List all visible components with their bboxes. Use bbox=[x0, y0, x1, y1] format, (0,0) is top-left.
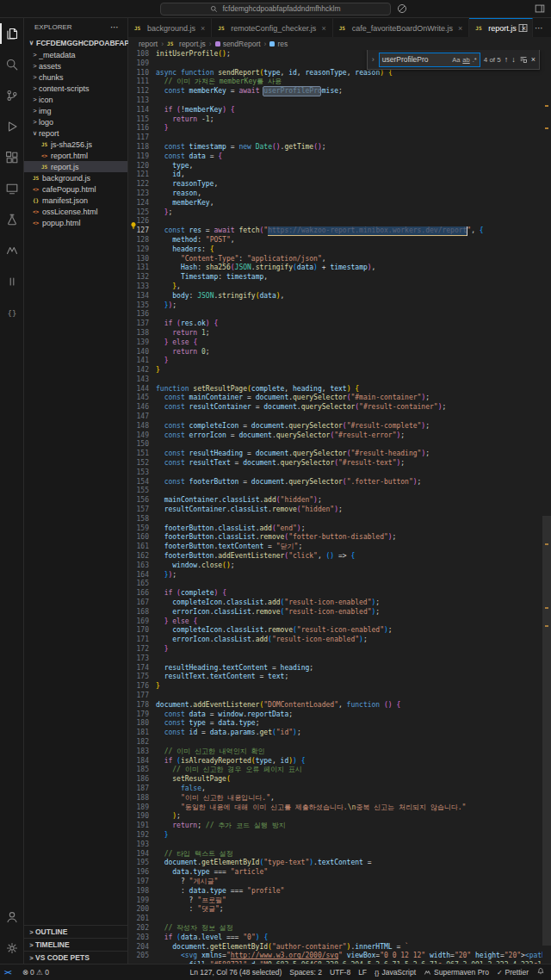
line-number[interactable]: 118 bbox=[128, 143, 149, 152]
line-number[interactable]: 150 bbox=[128, 440, 149, 450]
activity-pause[interactable] bbox=[0, 266, 23, 297]
line-number[interactable]: 178 bbox=[128, 701, 149, 710]
status-language[interactable]: {}JavaScript bbox=[375, 968, 416, 977]
remote-indicator[interactable]: >< bbox=[0, 964, 15, 980]
code-line[interactable]: 111 // 이미 가져온 memberKey를 사용 bbox=[128, 78, 542, 87]
code-line[interactable]: 189 "동일한 내용에 대해 이미 신고를 제출하셨습니다.\n중복 신고는 … bbox=[128, 803, 542, 813]
line-number[interactable]: 186 bbox=[128, 775, 149, 785]
code-line[interactable]: 187 false, bbox=[128, 785, 542, 794]
line-number[interactable]: 152 bbox=[128, 459, 149, 468]
tree-item-assets[interactable]: >assets bbox=[24, 60, 127, 71]
code-line[interactable]: 115 return -1; bbox=[128, 115, 542, 125]
tree-item-manifest.json[interactable]: {}manifest.json bbox=[24, 195, 127, 206]
line-number[interactable]: 204 bbox=[128, 943, 149, 952]
code-line[interactable]: 136 bbox=[128, 310, 542, 319]
line-number[interactable]: 134 bbox=[128, 292, 149, 301]
code-line[interactable]: 174 resultHeading.textContent = heading; bbox=[128, 664, 542, 673]
line-number[interactable]: 112 bbox=[128, 87, 149, 96]
code-line[interactable]: 149 const errorIcon = document.querySele… bbox=[128, 431, 542, 441]
code-line[interactable]: 167 completeIcon.classList.add("result-i… bbox=[128, 599, 542, 608]
line-number[interactable]: 162 bbox=[128, 552, 149, 561]
status-cursor-position[interactable]: Ln 127, Col 76 (48 selected) bbox=[189, 968, 282, 977]
code-line[interactable]: 202 // 작성자 정보 설정 bbox=[128, 924, 542, 933]
code-line[interactable]: 140 return 0; bbox=[128, 348, 542, 357]
line-number[interactable]: 199 bbox=[128, 896, 149, 906]
code-line[interactable]: 193 bbox=[128, 840, 542, 850]
tree-item-report[interactable]: ∨report bbox=[24, 127, 127, 139]
code-line[interactable]: 121 id, bbox=[128, 171, 542, 180]
line-number[interactable] bbox=[128, 961, 149, 964]
tree-item-js-sha256.js[interactable]: JSjs-sha256.js bbox=[24, 139, 127, 150]
code-line[interactable]: 186 setResultPage( bbox=[128, 775, 542, 785]
line-number[interactable]: 176 bbox=[128, 682, 149, 692]
activity-source-control[interactable] bbox=[0, 80, 23, 111]
line-number[interactable]: 187 bbox=[128, 785, 149, 794]
line-number[interactable]: 191 bbox=[128, 822, 149, 831]
code-line[interactable]: 134 body: JSON.stringify(data), bbox=[128, 292, 542, 301]
line-number[interactable]: 128 bbox=[128, 236, 149, 245]
activity-extensions[interactable] bbox=[0, 142, 23, 173]
code-line[interactable]: 151 const resultHeading = document.query… bbox=[128, 450, 542, 459]
code-line[interactable]: 203 if (data.level === "0") { bbox=[128, 933, 542, 943]
line-number[interactable]: 201 bbox=[128, 915, 149, 924]
line-number[interactable]: 189 bbox=[128, 803, 149, 813]
tree-item-report.html[interactable]: <>report.html bbox=[24, 150, 127, 161]
breadcrumb-sendReport[interactable]: sendReport bbox=[215, 40, 261, 48]
code-line[interactable]: 126 bbox=[128, 217, 542, 226]
line-number[interactable]: 135 bbox=[128, 301, 149, 311]
command-center[interactable]: fcfdemghcdpoabfapfaddndmfhhcklm bbox=[160, 3, 391, 16]
line-number[interactable]: 202 bbox=[128, 924, 149, 933]
line-number[interactable]: 153 bbox=[128, 468, 149, 478]
code-line[interactable]: 128 method: "POST", bbox=[128, 236, 542, 245]
code-line[interactable]: 113 bbox=[128, 96, 542, 106]
code-area[interactable]: 108initUserProfile();109110async functio… bbox=[128, 50, 542, 964]
code-line[interactable]: 198 : data.type === "profile" bbox=[128, 887, 542, 896]
tree-item-ossLicense.html[interactable]: <>ossLicense.html bbox=[24, 206, 127, 217]
code-line[interactable]: 160 footerButton.classList.remove("fotte… bbox=[128, 533, 542, 543]
close-tab-icon[interactable]: × bbox=[201, 24, 205, 33]
code-line[interactable]: 169 } else { bbox=[128, 617, 542, 627]
line-number[interactable]: 145 bbox=[128, 394, 149, 403]
line-number[interactable]: 190 bbox=[128, 812, 149, 822]
code-line[interactable]: 156 mainContainer.classList.add("hidden"… bbox=[128, 496, 542, 506]
activity-settings[interactable] bbox=[0, 933, 23, 964]
line-number[interactable]: 143 bbox=[128, 375, 149, 385]
line-number[interactable]: 109 bbox=[128, 59, 149, 69]
status-problems[interactable]: ⊗ 0 ⚠ 0 bbox=[22, 968, 49, 977]
line-number[interactable]: 141 bbox=[128, 357, 149, 366]
line-number[interactable]: 183 bbox=[128, 747, 149, 757]
line-number[interactable]: 132 bbox=[128, 273, 149, 282]
line-number[interactable]: 163 bbox=[128, 561, 149, 571]
toggle-replace-icon[interactable]: › bbox=[371, 55, 375, 64]
code-line[interactable]: 173 bbox=[128, 654, 542, 664]
line-number[interactable]: 158 bbox=[128, 515, 149, 524]
line-number[interactable]: 200 bbox=[128, 905, 149, 915]
code-line[interactable]: 129 headers: { bbox=[128, 245, 542, 255]
line-number[interactable]: 182 bbox=[128, 738, 149, 747]
line-number[interactable]: 138 bbox=[128, 329, 149, 338]
code-line[interactable]: 144function setResultPage(complete, head… bbox=[128, 385, 542, 394]
code-line[interactable]: 162 footerButton.addEventListener("click… bbox=[128, 552, 542, 561]
code-line[interactable]: 190 ); bbox=[128, 812, 542, 822]
line-number[interactable]: 165 bbox=[128, 580, 149, 589]
line-number[interactable]: 142 bbox=[128, 366, 149, 375]
code-line[interactable]: 197 ? "게시글" bbox=[128, 878, 542, 887]
line-number[interactable]: 120 bbox=[128, 162, 149, 171]
line-number[interactable]: 156 bbox=[128, 496, 149, 506]
line-number[interactable]: 205 bbox=[128, 952, 149, 961]
line-number[interactable]: 146 bbox=[128, 403, 149, 412]
code-line[interactable]: 168 errorIcon.classList.remove("result-i… bbox=[128, 608, 542, 617]
code-line[interactable]: 195 document.getElementById("type-text")… bbox=[128, 859, 542, 868]
code-line[interactable]: 184 if (isAlreadyReported(type, id)) { bbox=[128, 757, 542, 766]
code-line[interactable]: 155 bbox=[128, 487, 542, 496]
code-line[interactable]: 130 "Content-Type": "application/json", bbox=[128, 255, 542, 264]
breadcrumb-report[interactable]: report bbox=[139, 40, 158, 48]
line-number[interactable]: 108 bbox=[128, 50, 149, 59]
code-line[interactable]: 127 const res = await fetch("https://wak… bbox=[128, 226, 542, 236]
code-line[interactable]: 139 } else { bbox=[128, 338, 542, 348]
workspace-section-header[interactable]: ∨ FCFDEMGGHCDPOABFAPF... bbox=[24, 36, 127, 49]
activity-vscode-pets[interactable]: {} bbox=[0, 297, 23, 328]
find-input[interactable]: userProfilePro Aa ab .* bbox=[379, 53, 480, 67]
tab-remoteConfig_checker.js[interactable]: JSremoteConfig_checker.js× bbox=[212, 18, 332, 37]
activity-run-debug[interactable] bbox=[0, 111, 23, 142]
